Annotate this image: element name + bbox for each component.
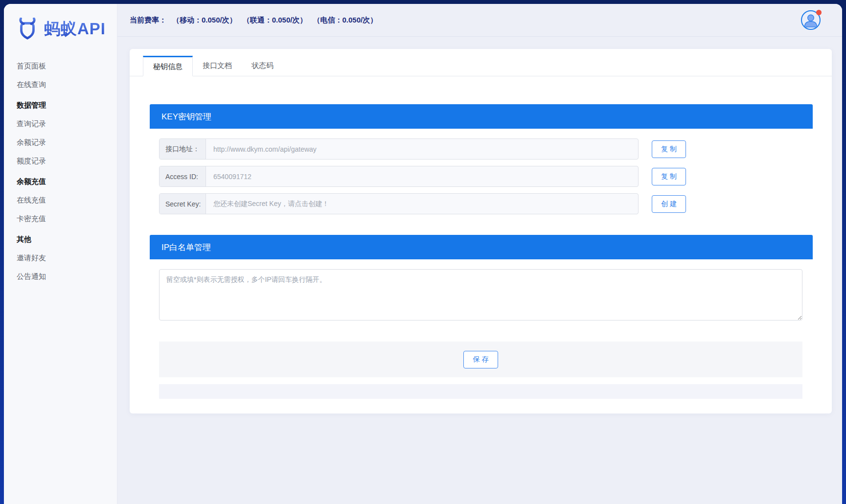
rate-label: 当前费率： [130, 16, 166, 25]
sidebar-group-other: 其他 [4, 230, 117, 249]
topbar: 当前费率： （移动：0.050/次） （联通：0.050/次） （电信：0.05… [117, 4, 842, 37]
sidebar-group-balance-recharge: 余额充值 [4, 172, 117, 191]
tab-panel-secret-info: KEY密钥管理 接口地址： http://www.dkym.com/api/ga… [130, 76, 832, 399]
sidebar-item-invite-friends[interactable]: 邀请好友 [4, 249, 117, 267]
tab-secret-info[interactable]: 秘钥信息 [143, 56, 193, 76]
sidebar-group-data-management: 数据管理 [4, 96, 117, 115]
ip-whitelist-textarea[interactable] [159, 269, 802, 321]
sidebar-item-online-recharge[interactable]: 在线充值 [4, 191, 117, 209]
sidebar-item-dashboard[interactable]: 首页面板 [4, 57, 117, 75]
key-section-body: 接口地址： http://www.dkym.com/api/gateway 复 … [150, 129, 813, 214]
sidebar-item-card-recharge[interactable]: 卡密充值 [4, 209, 117, 228]
tab-status-codes[interactable]: 状态码 [242, 55, 283, 76]
create-secret-key-button[interactable]: 创 建 [652, 195, 686, 213]
content-card: 秘钥信息 接口文档 状态码 KEY密钥管理 接口地址： http://www.d… [130, 49, 832, 413]
page-content: 秘钥信息 接口文档 状态码 KEY密钥管理 接口地址： http://www.d… [117, 37, 842, 504]
rate-telecom: （电信：0.050/次） [313, 16, 377, 25]
save-strip: 保 存 [159, 342, 802, 377]
access-id-label: Access ID: [160, 166, 206, 186]
user-avatar[interactable] [801, 10, 821, 30]
access-id-field: Access ID: 6540091712 [159, 166, 639, 187]
sidebar-item-quota-records[interactable]: 额度记录 [4, 152, 117, 170]
notification-dot [816, 10, 822, 15]
rate-unicom: （联通：0.050/次） [243, 16, 307, 25]
app-logo: 蚂蚁API [4, 4, 117, 52]
secret-key-field: Secret Key: 您还未创建Secret Key，请点击创建！ [159, 193, 639, 214]
save-button[interactable]: 保 存 [463, 351, 498, 368]
ip-section-body [150, 259, 813, 322]
ant-logo-icon [16, 18, 39, 40]
secret-key-label: Secret Key: [160, 194, 206, 214]
tab-api-docs[interactable]: 接口文档 [193, 55, 242, 76]
sidebar-item-online-query[interactable]: 在线查询 [4, 75, 117, 94]
footer-strip [159, 384, 802, 399]
ip-whitelist-section: IP白名单管理 [150, 235, 813, 322]
gateway-value: http://www.dkym.com/api/gateway [206, 139, 638, 159]
sidebar-item-query-records[interactable]: 查询记录 [4, 115, 117, 133]
sidebar-menu: 首页面板 在线查询 数据管理 查询记录 余额记录 额度记录 余额充值 在线充值 … [4, 52, 117, 286]
copy-gateway-button[interactable]: 复 制 [652, 140, 686, 158]
tab-bar: 秘钥信息 接口文档 状态码 [130, 49, 832, 76]
field-line-gateway: 接口地址： http://www.dkym.com/api/gateway 复 … [159, 138, 802, 160]
sidebar-item-balance-records[interactable]: 余额记录 [4, 133, 117, 152]
app-window: 蚂蚁API 首页面板 在线查询 数据管理 查询记录 余额记录 额度记录 余额充值… [4, 4, 842, 504]
key-section-header: KEY密钥管理 [150, 104, 813, 129]
sidebar-item-announcements[interactable]: 公告通知 [4, 267, 117, 286]
copy-access-id-button[interactable]: 复 制 [652, 168, 686, 185]
rate-mobile: （移动：0.050/次） [172, 16, 237, 25]
app-logo-text: 蚂蚁API [44, 18, 106, 40]
field-line-secret-key: Secret Key: 您还未创建Secret Key，请点击创建！ 创 建 [159, 193, 802, 214]
current-rates: 当前费率： （移动：0.050/次） （联通：0.050/次） （电信：0.05… [130, 16, 377, 25]
secret-key-value: 您还未创建Secret Key，请点击创建！ [206, 194, 638, 214]
gateway-field: 接口地址： http://www.dkym.com/api/gateway [159, 138, 639, 160]
access-id-value: 6540091712 [206, 166, 638, 186]
main-area: 当前费率： （移动：0.050/次） （联通：0.050/次） （电信：0.05… [117, 4, 842, 504]
gateway-label: 接口地址： [160, 139, 206, 159]
field-line-access-id: Access ID: 6540091712 复 制 [159, 166, 802, 187]
key-management-section: KEY密钥管理 接口地址： http://www.dkym.com/api/ga… [150, 104, 813, 214]
ip-section-header: IP白名单管理 [150, 235, 813, 259]
sidebar: 蚂蚁API 首页面板 在线查询 数据管理 查询记录 余额记录 额度记录 余额充值… [4, 4, 117, 504]
